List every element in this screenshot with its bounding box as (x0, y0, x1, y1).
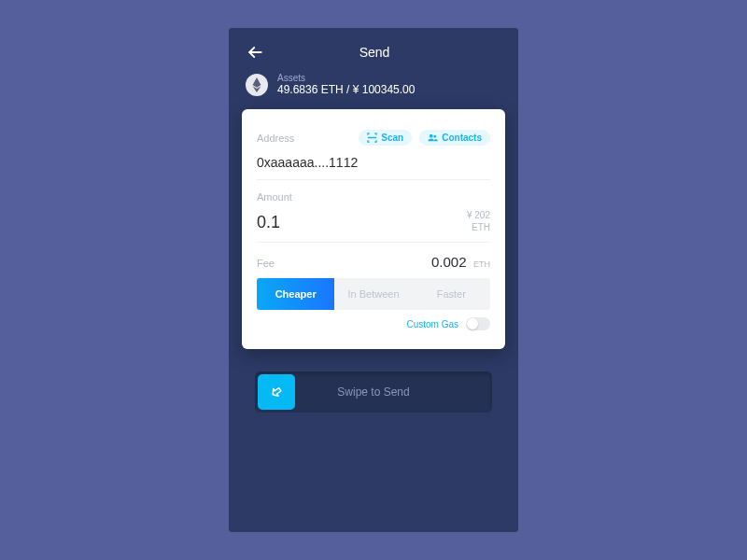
assets-label: Assets (277, 73, 415, 83)
address-label: Address (257, 133, 294, 144)
amount-unit: ETH (467, 222, 490, 232)
send-screen: Send Assets 49.6836 ETH / ¥ 100345.00 Ad… (229, 28, 518, 532)
form-card: Address Scan Contacts 0xaaaaaa....1112 A… (242, 109, 505, 349)
custom-gas-label: Custom Gas (406, 319, 458, 329)
fee-label: Fee (257, 258, 275, 269)
fee-option-cheaper[interactable]: Cheaper (257, 278, 334, 310)
contacts-icon (428, 133, 438, 143)
svg-point-3 (434, 135, 437, 138)
scan-icon (367, 133, 377, 143)
fee-option-inbetween[interactable]: In Between (334, 278, 412, 310)
assets-value: 49.6836 ETH / ¥ 100345.00 (277, 83, 415, 96)
scan-label: Scan (381, 133, 403, 143)
fee-speed-selector: Cheaper In Between Faster (257, 278, 490, 310)
custom-gas-toggle[interactable] (466, 317, 490, 330)
ethereum-icon (246, 74, 268, 96)
swipe-label: Swipe to Send (255, 385, 492, 399)
svg-point-2 (430, 134, 433, 138)
page-title: Send (270, 45, 479, 60)
back-button[interactable] (246, 43, 264, 62)
fee-unit: ETH (473, 259, 490, 269)
amount-label: Amount (257, 191, 292, 203)
contacts-label: Contacts (442, 133, 482, 143)
contacts-button[interactable]: Contacts (419, 130, 490, 146)
header: Send (229, 28, 518, 73)
assets-row: Assets 49.6836 ETH / ¥ 100345.00 (229, 73, 518, 109)
fee-option-faster[interactable]: Faster (413, 278, 490, 310)
fee-value: 0.002 (431, 254, 467, 270)
amount-input[interactable]: 0.1 (257, 213, 280, 232)
amount-section: Amount 0.1 ¥ 202 ETH (257, 180, 490, 243)
address-input[interactable]: 0xaaaaaa....1112 (257, 155, 490, 170)
swipe-to-send[interactable]: Swipe to Send (255, 371, 492, 413)
amount-fiat: ¥ 202 (467, 210, 490, 220)
fee-section: Fee 0.002 ETH Cheaper In Between Faster … (257, 243, 490, 340)
scan-button[interactable]: Scan (359, 130, 412, 146)
address-section: Address Scan Contacts 0xaaaaaa....1112 (257, 122, 490, 180)
